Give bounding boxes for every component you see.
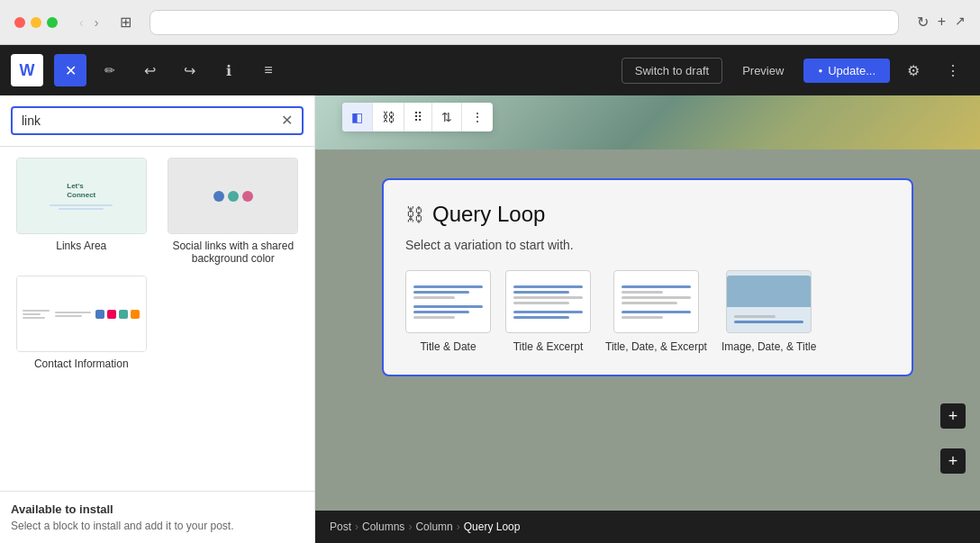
undo-button[interactable]: ↩ bbox=[133, 54, 166, 86]
social-links-preview-content bbox=[168, 158, 297, 233]
preview-line-4 bbox=[513, 302, 569, 304]
variation-title-date-excerpt[interactable]: Title, Date, & Excerpt bbox=[605, 270, 707, 353]
breadcrumb-columns[interactable]: Columns bbox=[362, 520, 404, 533]
breadcrumb-bar: Post › Columns › Column › Query Loop bbox=[315, 511, 980, 543]
social-icon-2 bbox=[228, 191, 239, 202]
block-item-empty bbox=[163, 276, 304, 370]
variation-image-date-title-label: Image, Date, & Title bbox=[721, 340, 816, 353]
search-input[interactable]: link bbox=[22, 113, 274, 128]
url-bar[interactable] bbox=[150, 10, 898, 35]
breadcrumb-sep-3: › bbox=[457, 520, 460, 533]
editor-hero-image: ◧ ⛓ ⠿ ⇅ ⋮ bbox=[315, 95, 980, 149]
preview-line-3 bbox=[413, 296, 455, 299]
available-to-install-desc: Select a block to install and add it to … bbox=[11, 520, 304, 532]
browser-chrome: ‹ › ⊞ ↻ + ↗ bbox=[0, 0, 980, 45]
forward-button[interactable]: › bbox=[91, 14, 103, 32]
preview-line-title bbox=[734, 321, 803, 323]
refresh-icon[interactable]: ↻ bbox=[917, 14, 929, 31]
contact-col-1 bbox=[23, 310, 50, 319]
block-toolbar: ◧ ⛓ ⠿ ⇅ ⋮ bbox=[342, 103, 493, 131]
preview-line-2 bbox=[622, 291, 663, 294]
contact-info-preview-content bbox=[17, 276, 146, 351]
editor-scroll: ⛓ Query Loop Select a variation to start… bbox=[315, 149, 980, 543]
add-block-button-1[interactable]: + bbox=[940, 403, 966, 429]
variation-title-date-label: Title & Date bbox=[420, 340, 476, 353]
contact-icon-1 bbox=[95, 310, 104, 319]
add-block-button-2[interactable]: + bbox=[940, 448, 966, 474]
available-to-install-title: Available to install bbox=[11, 502, 304, 516]
list-view-button[interactable]: ≡ bbox=[252, 54, 285, 86]
traffic-lights bbox=[14, 17, 58, 28]
contact-col-3 bbox=[95, 310, 140, 319]
variation-title-date[interactable]: Title & Date bbox=[405, 270, 491, 353]
more-options-button[interactable]: ⋮ bbox=[937, 54, 969, 86]
move-arrows-button[interactable]: ⇅ bbox=[432, 103, 462, 131]
wp-logo[interactable]: W bbox=[11, 54, 43, 86]
preview-line-2 bbox=[413, 291, 469, 294]
redo-button[interactable]: ↪ bbox=[173, 54, 205, 86]
social-icon-1 bbox=[213, 191, 224, 202]
close-panel-button[interactable]: ✕ bbox=[54, 54, 86, 86]
traffic-light-red[interactable] bbox=[14, 17, 25, 28]
available-to-install-section: Available to install Select a block to i… bbox=[0, 491, 314, 543]
block-more-button[interactable]: ⋮ bbox=[462, 103, 493, 131]
variation-title-excerpt[interactable]: Title & Excerpt bbox=[505, 270, 591, 353]
plus-area-1: + bbox=[315, 394, 980, 439]
preview-line-4 bbox=[413, 305, 483, 308]
contact-info-label: Contact Information bbox=[34, 357, 129, 370]
variation-title-excerpt-label: Title & Excerpt bbox=[513, 340, 584, 353]
preview-line-5 bbox=[413, 311, 469, 313]
breadcrumb-sep-1: › bbox=[355, 520, 358, 533]
sidebar-toggle-button[interactable]: ◧ bbox=[342, 103, 373, 131]
search-wrapper: link ✕ bbox=[11, 106, 304, 135]
block-inserter-sidebar: link ✕ Let'sConnect Links Area bbox=[0, 95, 315, 543]
contact-icon-3 bbox=[119, 310, 128, 319]
breadcrumb-post[interactable]: Post bbox=[330, 520, 351, 533]
browser-actions: ↻ + ↗ bbox=[917, 14, 966, 31]
drag-handle-button[interactable]: ⠿ bbox=[404, 103, 432, 131]
preview-line-3 bbox=[513, 296, 583, 299]
variation-title-date-excerpt-preview bbox=[613, 270, 699, 333]
preview-line-1 bbox=[513, 285, 583, 288]
variation-image-date-title[interactable]: Image, Date, & Title bbox=[721, 270, 816, 353]
switch-to-draft-button[interactable]: Switch to draft bbox=[622, 58, 722, 84]
contact-icons-row bbox=[95, 310, 140, 319]
search-clear-button[interactable]: ✕ bbox=[281, 113, 293, 128]
breadcrumb-column[interactable]: Column bbox=[415, 520, 452, 533]
pencil-button[interactable]: ✏ bbox=[94, 54, 126, 86]
links-area-preview[interactable]: Let'sConnect bbox=[16, 158, 147, 234]
grid-icon[interactable]: ⊞ bbox=[120, 14, 132, 31]
toolbar-right: Switch to draft Preview Update... ⚙ ⋮ bbox=[622, 54, 969, 86]
blocks-grid: Let'sConnect Links Area bbox=[0, 147, 314, 491]
traffic-light-green[interactable] bbox=[47, 17, 58, 28]
back-button[interactable]: ‹ bbox=[76, 14, 87, 32]
preview-line-6 bbox=[622, 316, 663, 319]
share-icon[interactable]: ↗ bbox=[955, 14, 966, 31]
update-button[interactable]: Update... bbox=[803, 59, 890, 83]
preview-line-2 bbox=[513, 291, 569, 294]
new-tab-icon[interactable]: + bbox=[938, 14, 946, 31]
preview-button[interactable]: Preview bbox=[730, 59, 796, 83]
contact-info-preview[interactable] bbox=[16, 276, 147, 352]
preview-line-5 bbox=[622, 311, 691, 313]
traffic-light-yellow[interactable] bbox=[31, 17, 41, 28]
preview-line-4 bbox=[622, 302, 677, 304]
query-loop-icon: ⛓ bbox=[405, 204, 423, 225]
preview-line-5 bbox=[513, 311, 583, 313]
block-item-social-links: Social links with a shared background co… bbox=[163, 158, 304, 265]
links-area-preview-content: Let'sConnect bbox=[17, 158, 146, 233]
chain-link-button[interactable]: ⛓ bbox=[373, 103, 404, 131]
breadcrumb-query-loop[interactable]: Query Loop bbox=[464, 520, 521, 533]
social-links-preview[interactable] bbox=[168, 158, 298, 234]
settings-button[interactable]: ⚙ bbox=[897, 54, 930, 86]
variation-title-date-preview bbox=[405, 270, 491, 333]
main-layout: link ✕ Let'sConnect Links Area bbox=[0, 95, 980, 543]
contact-icon-2 bbox=[107, 310, 116, 319]
links-area-label: Links Area bbox=[56, 240, 106, 252]
wp-toolbar: W ✕ ✏ ↩ ↪ ℹ ≡ Switch to draft Preview Up… bbox=[0, 45, 980, 95]
block-item-contact-info: Contact Information bbox=[11, 276, 152, 370]
contact-col-2 bbox=[55, 312, 91, 317]
social-icon-3 bbox=[242, 191, 253, 202]
info-button[interactable]: ℹ bbox=[213, 54, 245, 86]
plus-area-2: + bbox=[315, 439, 980, 484]
